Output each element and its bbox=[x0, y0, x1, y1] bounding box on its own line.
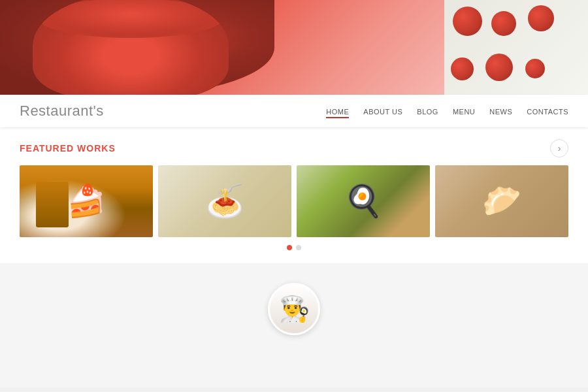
gallery-item-cake[interactable] bbox=[20, 165, 153, 237]
tomato-5 bbox=[485, 54, 513, 81]
tomato-1 bbox=[453, 7, 482, 36]
chef-avatar bbox=[268, 283, 320, 335]
tomato-4 bbox=[451, 57, 474, 80]
nav-item-menu[interactable]: MENU bbox=[453, 105, 475, 117]
tomato-6 bbox=[525, 59, 545, 78]
tomato-3 bbox=[528, 5, 554, 31]
nav-item-news[interactable]: NEWS bbox=[489, 105, 512, 117]
nav-links: HOME ABOUT US BLOG MENU NEWS CONTACTS bbox=[326, 105, 568, 117]
featured-title: FEATURED WORKS bbox=[20, 143, 116, 154]
nav-link-blog[interactable]: BLOG bbox=[417, 108, 438, 116]
gallery-item-pasta[interactable] bbox=[158, 165, 291, 237]
featured-highlight: WORKS bbox=[77, 143, 116, 154]
nav-item-contacts[interactable]: CONTACTS bbox=[527, 105, 568, 117]
nav-link-about[interactable]: ABOUT US bbox=[363, 108, 402, 116]
chevron-right-icon: › bbox=[558, 143, 561, 154]
nav-link-menu[interactable]: MENU bbox=[453, 108, 475, 116]
site-logo: Restaurant's bbox=[20, 103, 326, 120]
navbar: Restaurant's HOME ABOUT US BLOG MENU NEW… bbox=[0, 95, 588, 127]
nav-item-about[interactable]: ABOUT US bbox=[363, 105, 402, 117]
pagination-dot-1[interactable] bbox=[287, 245, 292, 250]
featured-header: FEATURED WORKS › bbox=[20, 139, 568, 157]
gallery bbox=[20, 165, 568, 237]
gallery-pagination bbox=[20, 245, 568, 253]
bottom-section bbox=[0, 263, 588, 387]
featured-prefix: FEATURED bbox=[20, 143, 74, 154]
gallery-item-dumplings[interactable] bbox=[435, 165, 568, 237]
hero-bowl bbox=[33, 0, 229, 95]
main-content: FEATURED WORKS › bbox=[0, 127, 588, 263]
nav-link-home[interactable]: HOME bbox=[326, 108, 349, 118]
hero-tomatoes bbox=[444, 0, 588, 95]
nav-link-news[interactable]: NEWS bbox=[489, 108, 512, 116]
pagination-dot-2[interactable] bbox=[296, 245, 301, 250]
nav-item-blog[interactable]: BLOG bbox=[417, 105, 438, 117]
gallery-item-meat[interactable] bbox=[297, 165, 430, 237]
hero-section bbox=[0, 0, 588, 95]
nav-item-home[interactable]: HOME bbox=[326, 105, 349, 117]
tomato-2 bbox=[491, 11, 516, 36]
gallery-next-arrow[interactable]: › bbox=[550, 139, 568, 157]
nav-link-contacts[interactable]: CONTACTS bbox=[527, 108, 568, 116]
